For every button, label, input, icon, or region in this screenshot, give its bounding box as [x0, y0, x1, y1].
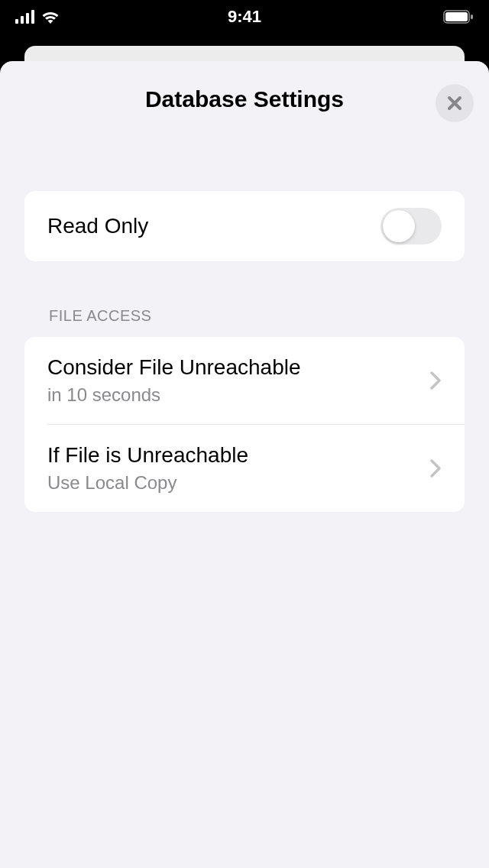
svg-rect-6 [471, 15, 473, 19]
settings-sheet: Database Settings Read Only FILE ACCESS … [0, 61, 489, 868]
consider-file-unreachable-row[interactable]: Consider File Unreachable in 10 seconds [24, 337, 465, 424]
toggle-knob [383, 210, 415, 242]
svg-rect-2 [26, 13, 29, 24]
readonly-group: Read Only [24, 191, 465, 261]
close-icon [446, 95, 463, 112]
readonly-toggle[interactable] [381, 208, 442, 245]
chevron-right-icon [429, 371, 442, 390]
readonly-row[interactable]: Read Only [24, 191, 465, 261]
status-bar: 9:41 [0, 0, 489, 34]
readonly-label: Read Only [47, 214, 148, 238]
close-button[interactable] [436, 84, 474, 122]
sheet-header: Database Settings [0, 61, 489, 138]
row-subtitle: in 10 seconds [47, 384, 301, 406]
svg-rect-5 [445, 12, 468, 21]
battery-icon [443, 10, 474, 24]
row-title: If File is Unreachable [47, 443, 248, 468]
sheet-title: Database Settings [145, 86, 344, 112]
svg-rect-0 [15, 19, 18, 24]
file-access-group: Consider File Unreachable in 10 seconds … [24, 337, 465, 512]
chevron-right-icon [429, 458, 442, 478]
svg-rect-3 [31, 10, 34, 24]
wifi-icon [41, 10, 60, 24]
row-subtitle: Use Local Copy [47, 472, 248, 494]
svg-rect-1 [21, 16, 24, 24]
cellular-signal-icon [15, 10, 35, 24]
file-access-header: FILE ACCESS [24, 307, 465, 325]
if-file-unreachable-row[interactable]: If File is Unreachable Use Local Copy [24, 425, 465, 512]
status-time: 9:41 [228, 7, 261, 27]
row-title: Consider File Unreachable [47, 355, 301, 380]
